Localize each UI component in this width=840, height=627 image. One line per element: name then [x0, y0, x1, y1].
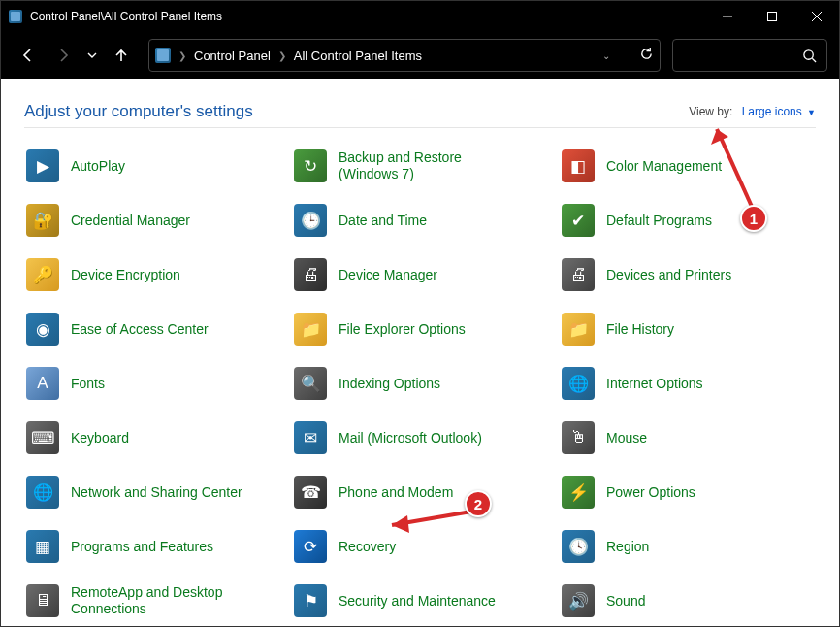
search-icon	[802, 49, 817, 63]
breadcrumb-control-panel[interactable]: Control Panel	[194, 49, 271, 63]
control-panel-item[interactable]: 🖥RemoteApp and Desktop Connections	[24, 580, 280, 621]
items-grid: ▶AutoPlay↻Backup and Restore (Windows 7)…	[24, 146, 816, 626]
item-icon: ▶	[26, 149, 59, 182]
control-panel-item[interactable]: AFonts	[24, 363, 280, 404]
control-panel-item[interactable]: 🕒Date and Time	[292, 200, 548, 241]
item-label: Recovery	[339, 539, 396, 555]
item-label: File History	[606, 321, 674, 338]
item-label: Indexing Options	[339, 376, 440, 392]
control-panel-item[interactable]: 🌐Internet Options	[560, 363, 816, 404]
svg-marker-5	[392, 515, 409, 533]
item-label: Device Encryption	[71, 267, 180, 283]
control-panel-icon	[9, 10, 22, 23]
item-label: RemoteApp and Desktop Connections	[71, 584, 245, 617]
content-area: Adjust your computer's settings View by:…	[1, 79, 839, 626]
svg-rect-0	[768, 13, 777, 21]
item-icon: ▦	[26, 530, 59, 563]
forward-button[interactable]	[48, 40, 79, 71]
chevron-right-icon: ❯	[278, 50, 286, 61]
control-panel-item[interactable]: 🔍Indexing Options	[292, 363, 548, 404]
window-title: Control Panel\All Control Panel Items	[30, 10, 705, 23]
page-heading: Adjust your computer's settings	[24, 102, 253, 121]
chevron-down-icon: ▼	[807, 108, 816, 117]
item-icon: ⌨	[26, 421, 59, 454]
maximize-button[interactable]	[750, 1, 794, 32]
control-panel-item[interactable]: 🖨Devices and Printers	[560, 254, 816, 295]
item-icon: ◧	[562, 149, 595, 182]
item-label: File Explorer Options	[339, 321, 466, 338]
item-icon: ↻	[294, 149, 327, 182]
control-panel-icon	[155, 48, 171, 63]
back-button[interactable]	[13, 40, 44, 71]
item-icon: 🌐	[26, 476, 59, 509]
item-icon: 🔊	[562, 584, 595, 617]
navbar: ❯ Control Panel ❯ All Control Panel Item…	[1, 32, 839, 79]
svg-marker-3	[711, 129, 728, 145]
item-label: AutoPlay	[71, 158, 125, 175]
item-icon: 🖱	[562, 421, 595, 454]
control-panel-item[interactable]: 🖱Mouse	[560, 417, 816, 458]
control-panel-item[interactable]: 🖨Device Manager	[292, 254, 548, 295]
control-panel-item[interactable]: 🌐Network and Sharing Center	[24, 472, 280, 512]
control-panel-item[interactable]: ✔Default Programs	[560, 200, 816, 241]
item-icon: 🌐	[562, 367, 595, 400]
recent-locations-button[interactable]	[82, 40, 102, 71]
item-label: Fonts	[71, 376, 105, 392]
item-icon: 📁	[294, 313, 327, 346]
item-icon: ◉	[26, 313, 59, 346]
svg-point-1	[804, 50, 813, 58]
titlebar: Control Panel\All Control Panel Items	[1, 1, 839, 32]
item-label: Ease of Access Center	[71, 321, 209, 338]
item-label: Power Options	[606, 484, 695, 501]
control-panel-item[interactable]: ⚑Security and Maintenance	[292, 580, 548, 621]
refresh-button[interactable]	[639, 47, 654, 64]
item-icon: A	[26, 367, 59, 400]
address-dropdown-icon[interactable]: ⌄	[602, 50, 610, 61]
item-icon: ⚡	[562, 476, 595, 509]
control-panel-item[interactable]: 🔊Sound	[560, 580, 816, 621]
item-label: Sound	[606, 593, 645, 610]
annotation-badge-1: 1	[740, 205, 767, 232]
item-icon: 🔐	[26, 204, 59, 237]
item-icon: 🕓	[562, 530, 595, 563]
item-icon: ✔	[562, 204, 595, 237]
item-icon: 🖨	[562, 258, 595, 291]
close-button[interactable]	[794, 1, 839, 32]
control-panel-item[interactable]: ▦Programs and Features	[24, 526, 280, 567]
chevron-right-icon: ❯	[178, 50, 186, 61]
item-icon: ⚑	[294, 584, 327, 617]
up-button[interactable]	[106, 40, 137, 71]
control-panel-item[interactable]: ◉Ease of Access Center	[24, 309, 280, 349]
svg-line-2	[717, 129, 753, 209]
control-panel-item[interactable]: ◧Color Management	[560, 146, 816, 186]
control-panel-item[interactable]: 🔑Device Encryption	[24, 254, 280, 295]
minimize-button[interactable]	[705, 1, 750, 32]
item-label: Security and Maintenance	[339, 593, 496, 610]
item-icon: 🕒	[294, 204, 327, 237]
window: Control Panel\All Control Panel Items ❯ …	[0, 0, 840, 627]
search-box[interactable]	[672, 39, 827, 72]
control-panel-item[interactable]: ✉Mail (Microsoft Outlook)	[292, 417, 548, 458]
control-panel-item[interactable]: ⌨Keyboard	[24, 417, 280, 458]
annotation-arrow-1	[699, 112, 767, 218]
item-label: Region	[606, 539, 649, 555]
control-panel-item[interactable]: ⚡Power Options	[560, 472, 816, 512]
annotation-badge-2: 2	[465, 490, 492, 517]
control-panel-item[interactable]: ▶AutoPlay	[24, 146, 280, 186]
item-icon: ☎	[294, 476, 327, 509]
control-panel-item[interactable]: ↻Backup and Restore (Windows 7)	[292, 146, 548, 186]
item-label: Network and Sharing Center	[71, 484, 242, 501]
item-label: Mouse	[606, 430, 647, 446]
control-panel-item[interactable]: 📁File History	[560, 309, 816, 349]
control-panel-item[interactable]: 📁File Explorer Options	[292, 309, 548, 349]
item-label: Backup and Restore (Windows 7)	[339, 149, 513, 182]
address-bar[interactable]: ❯ Control Panel ❯ All Control Panel Item…	[148, 39, 661, 72]
item-icon: 🖥	[26, 584, 59, 617]
item-icon: 🖨	[294, 258, 327, 291]
breadcrumb-all-items[interactable]: All Control Panel Items	[294, 49, 422, 63]
control-panel-item[interactable]: 🔐Credential Manager	[24, 200, 280, 241]
item-icon: 📁	[562, 313, 595, 346]
item-label: Phone and Modem	[339, 484, 453, 501]
item-label: Keyboard	[71, 430, 129, 446]
control-panel-item[interactable]: 🕓Region	[560, 526, 816, 567]
